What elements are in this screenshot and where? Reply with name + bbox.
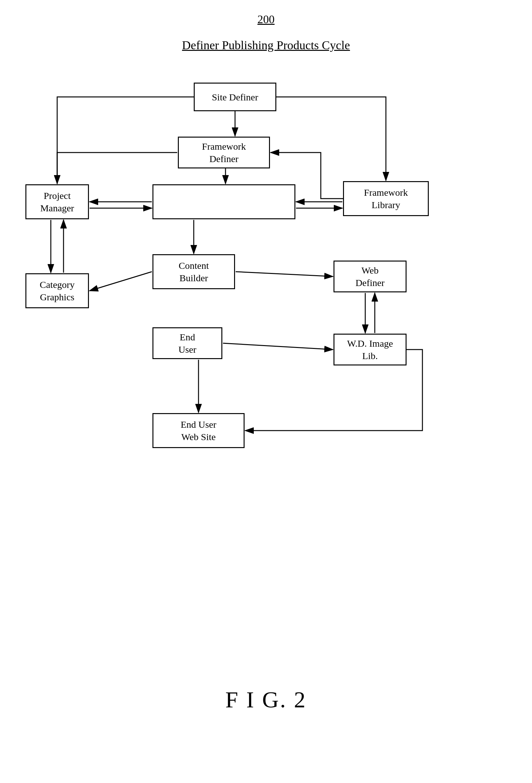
svg-line-10 <box>90 272 152 291</box>
diagram-arrows <box>16 64 518 604</box>
svg-line-12 <box>223 343 333 350</box>
svg-line-11 <box>236 272 333 277</box>
diagram: Site Definer Framework Definer Framework… <box>16 64 518 604</box>
diagram-title: Definer Publishing Products Cycle <box>182 38 350 52</box>
page-number: 200 <box>258 13 275 26</box>
fig-label: F I G. 2 <box>225 687 306 713</box>
